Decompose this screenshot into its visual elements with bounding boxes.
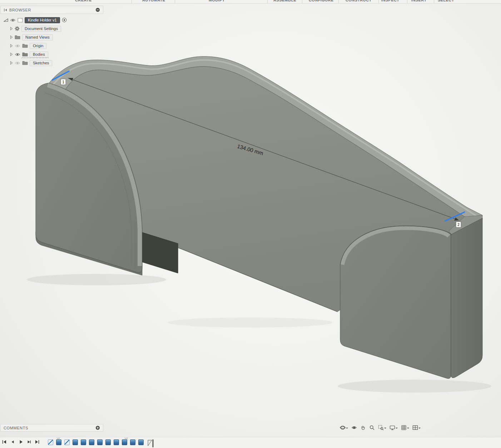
tab-select[interactable]: SELECT: [438, 0, 454, 2]
shadow-right: [338, 380, 491, 393]
browser-item-named-views[interactable]: Named Views: [1, 33, 104, 41]
timeline-feature-sketch[interactable]: [64, 439, 70, 445]
skip-to-end-icon[interactable]: [34, 439, 40, 445]
timeline-end-marker[interactable]: [147, 439, 155, 447]
browser-item-label[interactable]: Origin: [30, 43, 46, 49]
timeline-feature-extrude[interactable]: [73, 439, 78, 445]
tab-assemble[interactable]: ASSEMBLE: [273, 0, 296, 2]
edge-badge-2-label: 2: [457, 223, 460, 227]
pan-button[interactable]: [359, 424, 367, 431]
step-back-icon[interactable]: [10, 439, 15, 445]
model-kindle-holder[interactable]: [36, 56, 482, 379]
timeline-feature-extrude[interactable]: [130, 439, 135, 445]
chevron-down-icon: [418, 428, 421, 430]
activate-radio-icon[interactable]: [62, 18, 67, 23]
chevron-down-icon: [396, 428, 398, 430]
toolbar-tabs-clipped: CREATE AUTOMATE MODIFY ASSEMBLE CONFIGUR…: [0, 0, 501, 4]
toolbar-separator: [407, 0, 407, 3]
browser-item-label[interactable]: Sketches: [30, 60, 52, 66]
folder-icon: [15, 35, 20, 39]
model-right-fin-side[interactable]: [451, 218, 482, 378]
chevron-down-icon: [407, 428, 409, 430]
timeline-feature-extrude[interactable]: [105, 439, 111, 445]
play-icon[interactable]: [18, 439, 24, 445]
timeline-bar: [0, 437, 501, 448]
eye-hidden-icon[interactable]: [15, 44, 20, 48]
timeline-feature-extrude[interactable]: [114, 439, 119, 445]
timeline-feature-extrude[interactable]: [138, 439, 144, 445]
look-at-icon: [351, 425, 357, 430]
tab-create[interactable]: CREATE: [75, 0, 92, 2]
pan-hand-icon: [360, 425, 366, 430]
timeline-feature-extrude[interactable]: [97, 439, 103, 445]
skip-to-start-icon[interactable]: [1, 439, 7, 445]
zoom-icon: [369, 425, 375, 430]
toolbar-separator: [434, 0, 434, 3]
timeline-feature-extrude[interactable]: [122, 439, 127, 445]
viewports-button[interactable]: [411, 424, 422, 431]
tab-configure[interactable]: CONFIGURE: [309, 0, 334, 2]
grid-snaps-icon: [401, 425, 407, 430]
folder-icon: [22, 52, 28, 56]
eye-icon[interactable]: [15, 53, 20, 56]
folder-icon: [22, 61, 28, 65]
orbit-icon: [340, 425, 346, 430]
eye-icon[interactable]: [10, 18, 16, 22]
grid-snaps-button[interactable]: [400, 424, 410, 431]
zoom-button[interactable]: [368, 424, 376, 431]
view-navigation-bar: [339, 424, 422, 432]
chevron-right-icon[interactable]: [10, 35, 13, 39]
browser-item-label[interactable]: Document Settings: [21, 26, 61, 32]
shadow-mid: [168, 317, 332, 328]
circle-plus-icon[interactable]: [95, 425, 100, 430]
browser-item-bodies[interactable]: Bodies: [1, 50, 104, 59]
toolbar-separator: [338, 0, 339, 3]
timeline-playback-controls: [1, 439, 40, 445]
toolbar-separator: [132, 0, 132, 3]
display-settings-button[interactable]: [388, 424, 399, 431]
tab-insert[interactable]: INSERT: [411, 0, 427, 2]
comments-panel-header[interactable]: COMMENTS: [0, 424, 103, 432]
orbit-button[interactable]: [339, 424, 349, 431]
gear-icon: [15, 26, 20, 31]
circle-minus-icon[interactable]: [95, 8, 100, 12]
toolbar-separator: [302, 0, 302, 3]
toolbar-separator: [267, 0, 268, 3]
browser-root-label[interactable]: Kindle Holder v1: [25, 17, 60, 23]
tab-automate[interactable]: AUTOMATE: [142, 0, 165, 2]
browser-item-origin[interactable]: Origin: [1, 41, 104, 50]
zoom-window-button[interactable]: [377, 424, 387, 431]
browser-panel-header[interactable]: BROWSER: [0, 6, 103, 14]
edge-badge-1-label: 1: [62, 80, 64, 84]
zoom-window-icon: [378, 425, 384, 430]
chevron-right-icon[interactable]: [10, 44, 13, 48]
model-right-fin-face[interactable]: [340, 226, 451, 379]
chevron-down-icon: [384, 428, 386, 430]
step-forward-icon[interactable]: [26, 439, 32, 445]
timeline-feature-sketch[interactable]: [48, 439, 53, 445]
timeline-feature-extrude[interactable]: [81, 439, 86, 445]
viewports-icon: [412, 425, 418, 430]
timeline-feature-track: [48, 439, 155, 447]
timeline-feature-extrude[interactable]: [56, 439, 61, 445]
collapse-browser-icon[interactable]: [4, 8, 7, 12]
browser-item-label[interactable]: Named Views: [22, 34, 53, 40]
tab-inspect[interactable]: INSPECT: [381, 0, 399, 2]
chevron-right-icon[interactable]: [10, 53, 13, 56]
chevron-right-icon[interactable]: [10, 61, 13, 65]
flat-triangle-icon[interactable]: [4, 18, 8, 22]
tab-construct[interactable]: CONSTRUCT: [346, 0, 372, 2]
display-settings-icon: [390, 425, 395, 430]
chevron-down-icon: [346, 428, 348, 430]
chevron-right-icon[interactable]: [10, 27, 13, 30]
timeline-feature-extrude[interactable]: [89, 439, 94, 445]
browser-item-label[interactable]: Bodies: [30, 51, 48, 58]
document-icon: [18, 18, 23, 23]
tab-modify[interactable]: MODIFY: [209, 0, 225, 2]
look-at-button[interactable]: [350, 424, 358, 431]
browser-root-row[interactable]: Kindle Holder v1: [1, 16, 104, 24]
browser-tree: Kindle Holder v1 Document Settings Named…: [1, 16, 104, 67]
browser-item-sketches[interactable]: Sketches: [1, 59, 104, 67]
eye-hidden-icon[interactable]: [15, 61, 20, 65]
browser-item-document-settings[interactable]: Document Settings: [1, 24, 104, 33]
